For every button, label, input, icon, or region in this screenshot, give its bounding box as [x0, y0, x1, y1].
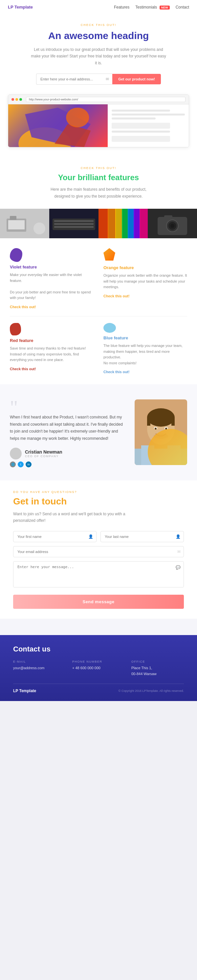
- last-name-input[interactable]: [100, 531, 184, 542]
- feature-col-orange: Orange feature Organize your work better…: [103, 248, 187, 310]
- feature-divider-1: [10, 316, 187, 317]
- photo-grid: [0, 209, 197, 238]
- footer-office-value: Place This 1,00-844 Warsaw: [131, 665, 184, 677]
- svg-point-39: [155, 428, 157, 430]
- svg-point-26: [170, 224, 174, 228]
- features-section: CHECK THIS OUT! Your brilliant features …: [0, 157, 197, 209]
- footer-email-label: E-MAIL: [13, 660, 66, 663]
- browser-mockup-wrap: http://www.your-product-website.com/: [0, 94, 197, 157]
- browser-dot-red: [11, 98, 14, 101]
- linkedin-icon[interactable]: in: [25, 461, 32, 467]
- page-wrapper: LP Template Features Testimonials NEW Co…: [0, 0, 197, 701]
- red-feature-name: Red feature: [10, 338, 94, 343]
- red-feature-desc: Save time and money thanks to the red fe…: [10, 345, 94, 363]
- hero-subtitle: Let us introduce you to our great produc…: [30, 46, 167, 66]
- feature-col-red: Red feature Save time and money thanks t…: [10, 323, 94, 374]
- hero-form: ✉ Get our product now!: [36, 73, 161, 85]
- author-role: CEO OF COMPANY: [25, 455, 62, 458]
- hero-email-input[interactable]: [36, 73, 112, 85]
- browser-dots: [11, 98, 22, 101]
- hero-input-wrap: ✉: [36, 73, 112, 85]
- email-input[interactable]: [13, 546, 184, 557]
- svg-rect-7: [10, 216, 16, 220]
- nav-badge: NEW: [160, 6, 170, 10]
- red-feature-link[interactable]: Check this out!: [10, 367, 36, 371]
- hero-title: An awesome heading: [16, 30, 181, 42]
- svg-point-34: [147, 408, 175, 427]
- orange-feature-name: Orange feature: [103, 265, 187, 270]
- photo-keyboard: [49, 209, 98, 238]
- twitter-icon[interactable]: t: [18, 461, 24, 467]
- browser-line: [112, 130, 170, 133]
- svg-marker-28: [103, 248, 115, 261]
- footer-arch-wrap: [0, 619, 197, 635]
- footer-phone-col: PHONE NUMBER + 48 600 000 000: [72, 660, 125, 677]
- browser-block: [112, 123, 170, 129]
- hero-label: CHECK THIS OUT!: [16, 23, 181, 27]
- browser-url: http://www.your-product-website.com/: [26, 97, 186, 102]
- svg-rect-19: [128, 209, 134, 238]
- svg-rect-18: [122, 209, 129, 238]
- footer-phone-value: + 48 600 000 000: [72, 665, 125, 671]
- browser-line: [112, 113, 185, 116]
- browser-sidebar: [108, 104, 189, 147]
- person-icon-last: 👤: [176, 534, 181, 539]
- photo-keyboard-graphic: [49, 209, 98, 238]
- photo-camera-graphic: [148, 209, 197, 238]
- svg-rect-13: [54, 226, 94, 228]
- browser-hero-image: [8, 104, 108, 147]
- violet-feature-link[interactable]: Check this out!: [10, 305, 36, 309]
- svg-point-3: [66, 108, 89, 127]
- feature-col-blue: Blue feature The blue feature will help …: [103, 323, 187, 374]
- person-icon-first: 👤: [88, 534, 93, 539]
- footer-office-label: OFFICE: [131, 660, 184, 663]
- browser-dot-yellow: [16, 98, 18, 101]
- message-input[interactable]: [13, 561, 184, 587]
- author-avatar: [10, 448, 22, 460]
- blue-feature-link[interactable]: Check this out!: [103, 370, 129, 374]
- author-name: Cristian Newman: [25, 449, 62, 455]
- browser-content: [8, 104, 189, 147]
- form-email-row: ✉: [13, 546, 184, 557]
- footer-email-col: E-MAIL your@address.com: [13, 660, 66, 677]
- violet-feature-desc: Make your everyday life easier with the …: [10, 272, 94, 301]
- photo-desk-graphic: [0, 209, 49, 238]
- photo-camera: [148, 209, 197, 238]
- email-field: ✉: [13, 546, 184, 557]
- svg-rect-12: [54, 223, 94, 225]
- testimonial-text: When I first heard about the Product, I …: [10, 414, 125, 442]
- orange-icon-wrap: [103, 248, 187, 262]
- contact-title: Get in touch: [13, 496, 184, 507]
- svg-rect-15: [98, 209, 108, 238]
- testimonial-section: " When I first heard about the Product, …: [0, 384, 197, 480]
- violet-icon: [10, 248, 22, 262]
- svg-rect-11: [54, 220, 94, 222]
- globe-icon[interactable]: 🌐: [10, 461, 16, 467]
- form-name-row: 👤 👤: [13, 531, 184, 542]
- send-message-button[interactable]: Send message: [13, 595, 184, 609]
- nav-link-testimonials[interactable]: Testimonials NEW: [135, 5, 169, 10]
- blue-feature-desc: The blue feature will help you manage yo…: [103, 343, 187, 366]
- svg-rect-21: [140, 209, 148, 238]
- message-field: 💬: [13, 561, 184, 589]
- contact-subtitle: Want to join us? Send us a word and we'l…: [13, 511, 138, 524]
- violet-icon-wrap: [10, 248, 94, 262]
- browser-dot-green: [19, 98, 22, 101]
- testimonial-content: " When I first heard about the Product, …: [10, 398, 125, 467]
- hero-cta-button[interactable]: Get our product now!: [112, 74, 161, 84]
- browser-mockup: http://www.your-product-website.com/: [8, 94, 189, 147]
- first-name-field: 👤: [13, 531, 97, 542]
- browser-bar: http://www.your-product-website.com/: [8, 95, 189, 104]
- svg-rect-17: [115, 209, 122, 238]
- contact-section: DO YOU HAVE ANY QUESTIONS? Get in touch …: [0, 480, 197, 619]
- photo-rainbow-graphic: [98, 209, 148, 238]
- nav-link-contact[interactable]: Contact: [176, 5, 189, 10]
- email-icon-form: ✉: [177, 549, 181, 554]
- message-icon: 💬: [176, 565, 181, 570]
- nav-link-features[interactable]: Features: [114, 5, 129, 10]
- svg-rect-35: [147, 417, 150, 426]
- orange-feature-link[interactable]: Check this out!: [103, 294, 129, 298]
- feature-items: Violet feature Make your everyday life e…: [0, 238, 197, 384]
- footer-bottom: LP Template © Copyright 2016 LPTemplate.…: [13, 684, 184, 693]
- first-name-input[interactable]: [13, 531, 97, 542]
